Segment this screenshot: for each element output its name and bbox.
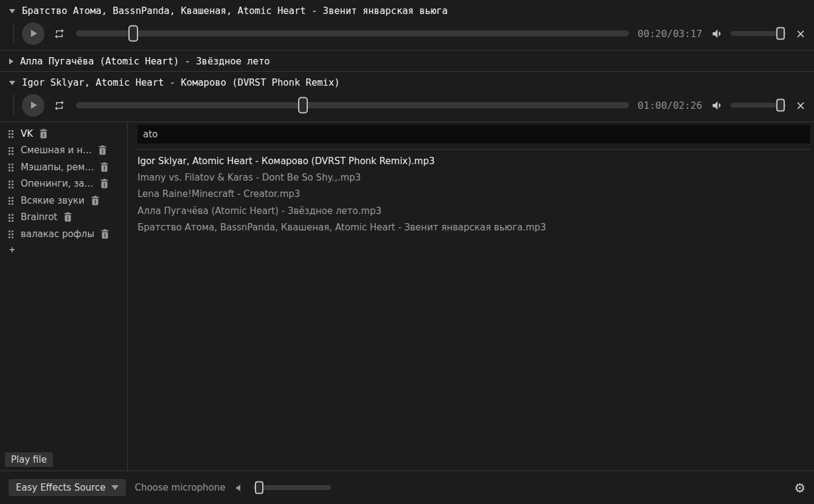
sidebar-item-openings[interactable]: Опенинги, за…: [0, 176, 127, 193]
category-sidebar: VK Смешная и н… Мэшапы, рем… Опенинги, з…: [0, 122, 128, 471]
drag-handle-icon[interactable]: [8, 162, 14, 171]
volume-icon: [711, 27, 723, 40]
expand-expander-icon[interactable]: [9, 58, 13, 64]
search-input[interactable]: [137, 125, 810, 143]
muted-speaker-icon: [234, 483, 245, 493]
repeat-button[interactable]: [54, 100, 65, 111]
play-icon: [31, 102, 37, 109]
file-row[interactable]: Алла Пугачёва (Atomic Heart) - Звёздное …: [137, 202, 810, 219]
seek-slider-handle[interactable]: [298, 97, 308, 114]
file-row[interactable]: Imany vs. Filatov & Karas - Dont Be So S…: [137, 169, 810, 185]
drag-handle-icon[interactable]: [8, 213, 14, 222]
repeat-icon: [54, 28, 65, 40]
delete-category-button[interactable]: [91, 196, 99, 205]
sidebar-item-sounds[interactable]: Всякие звуки: [0, 192, 127, 209]
delete-category-button[interactable]: [40, 129, 47, 139]
repeat-button[interactable]: [54, 28, 65, 40]
play-button[interactable]: [22, 94, 44, 117]
seek-slider[interactable]: [76, 102, 629, 108]
seek-slider[interactable]: [76, 30, 629, 36]
collapse-expander-icon[interactable]: [9, 81, 15, 85]
volume-button[interactable]: [711, 99, 723, 112]
file-panel: Igor Sklyar, Atomic Heart - Комарово (DV…: [128, 122, 814, 471]
category-label[interactable]: Смешная и н…: [21, 145, 92, 156]
sidebar-item-vk[interactable]: VK: [0, 125, 127, 142]
delete-category-button[interactable]: [100, 162, 108, 172]
delete-category-button[interactable]: [101, 229, 109, 239]
source-selector-dropdown[interactable]: Easy Effects Source: [9, 479, 126, 496]
file-list: Igor Sklyar, Atomic Heart - Комарово (DV…: [137, 153, 810, 236]
volume-slider[interactable]: [731, 31, 786, 36]
drag-handle-icon[interactable]: [8, 196, 14, 205]
file-row[interactable]: Lena Raine!Minecraft - Creator.mp3: [137, 186, 810, 202]
player-2: Алла Пугачёва (Atomic Heart) - Звёздное …: [0, 50, 814, 72]
time-label: 01:00/02:26: [638, 100, 702, 111]
time-label: 00:20/03:17: [638, 28, 702, 40]
source-selector-label: Easy Effects Source: [16, 482, 105, 493]
chevron-down-icon: [111, 485, 119, 490]
seek-slider-handle[interactable]: [128, 26, 138, 42]
mic-volume-slider[interactable]: [253, 485, 331, 490]
volume-slider[interactable]: [731, 103, 786, 108]
sidebar-item-smeshnaya[interactable]: Смешная и н…: [0, 142, 127, 159]
delete-category-button[interactable]: [100, 179, 108, 188]
mic-volume-slider-handle[interactable]: [255, 482, 263, 494]
file-row[interactable]: Братство Атома, BassnPanda, Квашеная, At…: [137, 219, 810, 236]
player-1-header[interactable]: Братство Атома, BassnPanda, Квашеная, At…: [0, 0, 814, 21]
bottom-bar: Easy Effects Source Choose microphone ⚙: [0, 471, 814, 504]
file-row[interactable]: Igor Sklyar, Atomic Heart - Комарово (DV…: [137, 153, 810, 169]
indent-guide: [13, 94, 14, 116]
play-button[interactable]: [22, 22, 44, 45]
main-area: VK Смешная и н… Мэшапы, рем… Опенинги, з…: [0, 122, 814, 471]
trash-icon: [40, 129, 47, 139]
sidebar-item-mashups[interactable]: Мэшапы, рем…: [0, 159, 127, 176]
category-label[interactable]: Всякие звуки: [21, 195, 85, 206]
trash-icon: [101, 229, 109, 239]
drag-handle-icon[interactable]: [8, 146, 14, 155]
trash-icon: [64, 212, 72, 222]
category-label[interactable]: Мэшапы, рем…: [21, 162, 94, 173]
players-section: Братство Атома, BassnPanda, Квашеная, At…: [0, 0, 814, 122]
player-2-header[interactable]: Алла Пугачёва (Atomic Heart) - Звёздное …: [0, 50, 814, 71]
category-label[interactable]: Brainrot: [21, 212, 57, 223]
trash-icon: [91, 196, 99, 205]
trash-icon: [100, 162, 108, 172]
close-player-button[interactable]: ×: [795, 100, 807, 111]
category-label[interactable]: Опенинги, за…: [21, 178, 94, 189]
volume-slider-handle[interactable]: [776, 27, 785, 40]
collapse-expander-icon[interactable]: [9, 9, 15, 13]
volume-slider-handle[interactable]: [776, 99, 785, 112]
drag-handle-icon[interactable]: [8, 129, 14, 138]
player-3-header[interactable]: Igor Sklyar, Atomic Heart - Комарово (DV…: [0, 72, 814, 92]
player-1-controls: 00:20/03:17 ×: [0, 21, 814, 50]
close-player-button[interactable]: ×: [795, 28, 807, 40]
choose-microphone-label: Choose microphone: [134, 482, 225, 493]
category-label[interactable]: VK: [21, 128, 33, 139]
sidebar-item-brainrot[interactable]: Brainrot: [0, 209, 127, 226]
player-1-title: Братство Атома, BassnPanda, Квашеная, At…: [22, 5, 448, 16]
player-3-controls: 01:00/02:26 ×: [0, 92, 814, 122]
add-category-button[interactable]: +: [0, 243, 15, 256]
player-3: Igor Sklyar, Atomic Heart - Комарово (DV…: [0, 72, 814, 122]
divider: [137, 149, 810, 150]
sidebar-item-valakas[interactable]: валакас рофлы: [0, 226, 127, 243]
player-2-title: Алла Пугачёва (Atomic Heart) - Звёздное …: [20, 56, 270, 67]
indent-guide: [13, 22, 14, 44]
repeat-icon: [54, 100, 65, 111]
delete-category-button[interactable]: [64, 212, 72, 222]
trash-icon: [99, 145, 106, 155]
play-file-button[interactable]: Play file: [5, 452, 53, 467]
volume-icon: [711, 99, 723, 112]
player-1: Братство Атома, BassnPanda, Квашеная, At…: [0, 0, 814, 50]
gear-icon: ⚙: [794, 481, 805, 495]
player-3-title: Igor Sklyar, Atomic Heart - Комарово (DV…: [22, 77, 340, 88]
category-label[interactable]: валакас рофлы: [21, 229, 94, 240]
settings-button[interactable]: ⚙: [794, 482, 805, 494]
drag-handle-icon[interactable]: [8, 179, 14, 188]
drag-handle-icon[interactable]: [8, 229, 14, 238]
trash-icon: [100, 179, 108, 188]
play-icon: [31, 30, 37, 37]
volume-button[interactable]: [711, 27, 723, 40]
delete-category-button[interactable]: [99, 145, 106, 155]
